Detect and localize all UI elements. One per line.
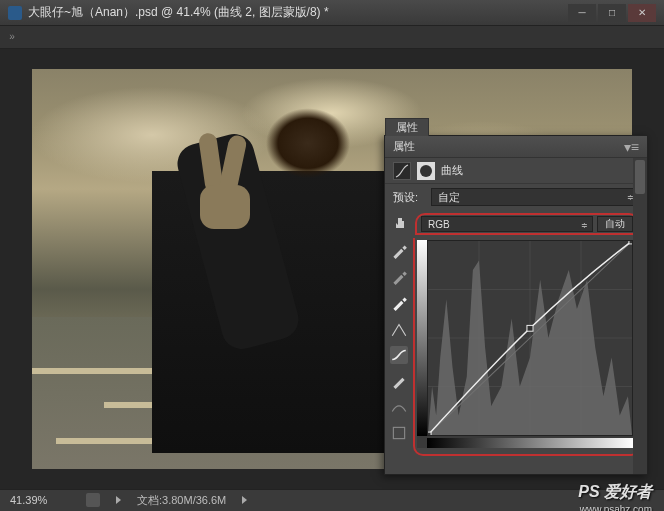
curves-graph[interactable]: [417, 240, 633, 448]
chevron-down-icon: ≑: [581, 221, 588, 230]
svg-rect-8: [428, 432, 431, 435]
eyedropper-black-icon[interactable]: [390, 242, 408, 260]
edit-points-icon[interactable]: [390, 320, 408, 338]
adjustment-type-row: 曲线: [385, 158, 647, 184]
channel-row: RGB ≑ 自动: [385, 210, 647, 238]
svg-rect-0: [393, 427, 404, 438]
panel-title: 属性: [393, 139, 624, 154]
svg-rect-10: [629, 241, 632, 244]
close-button[interactable]: ✕: [628, 4, 656, 22]
adjustment-type-label: 曲线: [441, 163, 463, 178]
eyedropper-gray-icon[interactable]: [390, 268, 408, 286]
preset-row: 预设: 自定 ≑: [385, 184, 647, 210]
panel-header: 属性 ▾≡: [385, 136, 647, 158]
eyedropper-white-icon[interactable]: [390, 294, 408, 312]
mask-icon[interactable]: [417, 162, 435, 180]
zoom-icon[interactable]: [86, 493, 100, 507]
output-gradient: [417, 240, 427, 436]
curves-tool-column: [385, 238, 413, 456]
input-gradient: [427, 438, 633, 448]
properties-panel: 属性 属性 ▾≡ 曲线 预设: 自定 ≑ RGB ≑ 自动: [384, 135, 648, 475]
targeted-adjust-icon[interactable]: [393, 216, 409, 232]
panel-scrollbar[interactable]: [633, 158, 647, 474]
preset-label: 预设:: [393, 190, 425, 205]
statusbar-caret-icon[interactable]: [116, 496, 121, 504]
tab-expand-button[interactable]: »: [4, 29, 20, 45]
tab-bar: »: [0, 26, 664, 48]
curves-icon[interactable]: [393, 162, 411, 180]
panel-menu-button[interactable]: ▾≡: [624, 139, 639, 155]
watermark-text: PS 爱好者: [578, 482, 652, 503]
app-icon: [8, 6, 22, 20]
curve-tool-icon[interactable]: [390, 346, 408, 364]
svg-rect-9: [527, 325, 533, 331]
statusbar-caret-icon[interactable]: [242, 496, 247, 504]
panel-tab-properties[interactable]: 属性: [385, 118, 429, 136]
channel-dropdown[interactable]: RGB ≑: [421, 216, 593, 232]
smooth-icon[interactable]: [390, 398, 408, 416]
maximize-button[interactable]: □: [598, 4, 626, 22]
status-bar: 41.39% 文档:3.80M/36.6M: [0, 489, 664, 511]
watermark-url: www.psahz.com: [580, 504, 652, 511]
zoom-display[interactable]: 41.39%: [10, 494, 70, 506]
auto-button[interactable]: 自动: [597, 216, 633, 232]
pencil-tool-icon[interactable]: [390, 372, 408, 390]
title-bar: 大眼仔~旭（Anan）.psd @ 41.4% (曲线 2, 图层蒙版/8) *…: [0, 0, 664, 26]
channel-value: RGB: [428, 219, 450, 230]
preset-value: 自定: [438, 190, 460, 205]
document-info: 文档:3.80M/36.6M: [137, 493, 226, 508]
document-title: 大眼仔~旭（Anan）.psd @ 41.4% (曲线 2, 图层蒙版/8) *: [28, 4, 568, 21]
preset-dropdown[interactable]: 自定 ≑: [431, 188, 639, 206]
clip-icon[interactable]: [390, 424, 408, 442]
minimize-button[interactable]: ─: [568, 4, 596, 22]
